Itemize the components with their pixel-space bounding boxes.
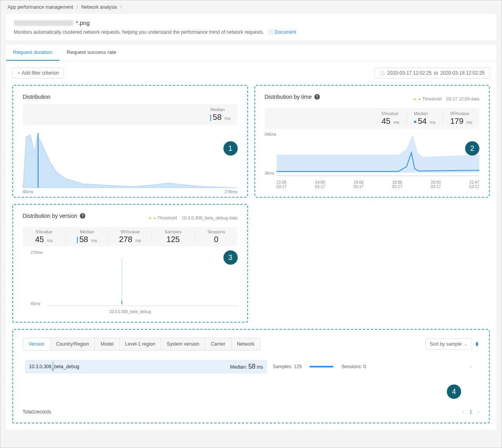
version-chart: 278ms 45ms 10.3.0.308_beta_debug xyxy=(23,250,238,314)
callout-badge-2: 2 xyxy=(465,141,479,156)
row-median-value: 58 xyxy=(248,363,256,370)
median-unit: ms xyxy=(91,238,97,243)
panel-version-table: Version Country/Region Model Level-1 reg… xyxy=(12,329,490,423)
xtick: 21:47 xyxy=(469,180,479,185)
chevron-down-icon xyxy=(464,341,468,347)
breadcrumb: App performance management / Network ana… xyxy=(0,0,502,14)
stat-median-value: 58 xyxy=(213,113,221,121)
table-row[interactable]: 10.3.0.308_beta_debug Median: 58 ms Samp… xyxy=(23,356,479,377)
median-value: 54 xyxy=(418,117,427,125)
x-axis-min: 45ms xyxy=(23,189,33,194)
version-x-label: 10.3.0.308_beta_debug xyxy=(109,310,151,314)
xtick-sub: 03-17 xyxy=(392,185,402,189)
panel-title: Distribution by version xyxy=(23,213,77,219)
panel-distribution-by-time: Distribution by time ? Threshold 03-17 1… xyxy=(254,85,490,198)
breadcrumb-l2[interactable]: Network analysis xyxy=(81,4,117,10)
add-filter-button[interactable]: Add filter criterion xyxy=(12,67,64,79)
time-range-picker[interactable]: 2020-03-17 12:02:25 to 2020-03-18 12:02:… xyxy=(374,67,490,79)
p5-value: 45 xyxy=(35,235,44,244)
p95-value: 179 xyxy=(450,117,463,125)
distribution-chart: 45ms 278ms xyxy=(23,129,238,188)
panel-title: Distribution by time xyxy=(265,94,312,100)
breadcrumb-l1[interactable]: App performance management xyxy=(8,4,73,10)
datetime-from: 2020-03-17 12:02:25 xyxy=(387,70,431,76)
tab-version[interactable]: Version xyxy=(23,338,50,350)
median-marker-icon xyxy=(210,115,211,121)
panel-title: Distribution xyxy=(23,94,238,100)
threshold-legend-icon xyxy=(414,99,421,100)
threshold-legend-icon xyxy=(149,218,156,219)
median-value: 58 xyxy=(79,235,88,244)
xtick: 14:00 xyxy=(315,180,325,185)
main-tabs: Request duration Request success rate xyxy=(6,44,496,61)
panel-distribution: Distribution Median 58 ms 45ms 278ms 1 xyxy=(12,85,248,198)
median-dot-icon xyxy=(414,121,416,123)
threshold-label: Threshold xyxy=(422,96,442,101)
median-marker-icon xyxy=(77,237,78,243)
redacted-title xyxy=(14,20,73,26)
dimension-tabs: Version Country/Region Model Level-1 reg… xyxy=(23,338,260,350)
callout-badge-4: 4 xyxy=(447,385,461,399)
datetime-to-label: to xyxy=(434,70,438,76)
page-subtitle: Monitors automatically clustered network… xyxy=(14,29,264,35)
pager-prev[interactable]: ‹ xyxy=(462,409,464,415)
total-records: Total1records xyxy=(23,409,51,415)
xtick-sub: 03-17 xyxy=(469,185,479,189)
chevron-right-icon[interactable]: › xyxy=(470,364,471,369)
median-unit: ms xyxy=(430,120,436,125)
page-header: *.png Monitors automatically clustered n… xyxy=(6,14,496,40)
help-icon[interactable]: ? xyxy=(314,94,320,100)
tab-request-duration[interactable]: Request duration xyxy=(6,44,60,61)
axis-line xyxy=(46,306,238,306)
page-title-suffix: *.png xyxy=(76,19,90,26)
p95-value: 278 xyxy=(119,235,132,244)
sort-select[interactable]: Sort by sample xyxy=(425,338,472,350)
callout-badge-3: 3 xyxy=(223,250,238,265)
row-samples: Samples: 125 xyxy=(273,364,302,369)
selected-data-label: 10.3.0.308_beta_debug data xyxy=(182,215,238,220)
median-label: Median xyxy=(414,111,435,116)
xtick-sub: 03-17 xyxy=(277,185,287,189)
datetime-to: 2020-03-18 12:02:25 xyxy=(440,70,485,76)
xtick-sub: 03-17 xyxy=(315,185,325,189)
tab-system-version[interactable]: System version xyxy=(161,338,205,350)
pagination: ‹ 1 › xyxy=(462,409,479,415)
threshold-label: Threshold xyxy=(158,215,177,220)
p5-label: 5%value xyxy=(30,229,58,234)
stat-median-unit: ms xyxy=(225,116,231,121)
sort-direction-toggle[interactable]: ▲▼ xyxy=(475,341,479,347)
breadcrumb-sep: / xyxy=(121,4,122,10)
help-icon[interactable]: ? xyxy=(80,213,85,219)
pager-next[interactable]: › xyxy=(478,409,479,415)
panel-distribution-by-version: Distribution by version ? Threshold 10.3… xyxy=(12,204,248,323)
tab-network[interactable]: Network xyxy=(231,338,260,350)
tab-carrier[interactable]: Carrier xyxy=(205,338,231,350)
xtick-sub: 03-17 xyxy=(431,185,441,189)
xtick: 18:00 xyxy=(392,180,402,185)
tab-request-success-rate[interactable]: Request success rate xyxy=(60,44,123,61)
document-link[interactable]: Document xyxy=(268,29,296,35)
p5-unit: ms xyxy=(393,120,399,125)
p5-unit: ms xyxy=(47,238,53,243)
y-tick-bottom: 45ms xyxy=(31,302,40,306)
callout-badge-1: 1 xyxy=(223,141,238,156)
time-stats: 5%value 45 ms Median 54 ms 95%value 179 … xyxy=(265,108,480,129)
y-tick-top: 278ms xyxy=(31,250,42,255)
distribution-stats: Median 58 ms xyxy=(23,104,238,125)
sort-label: Sort by sample xyxy=(430,341,462,347)
row-sessions: Sessions: 0 xyxy=(341,364,366,369)
xtick-sub: 03-17 xyxy=(354,185,364,189)
xtick: 12:09 xyxy=(277,180,287,185)
stat-median-label: Median xyxy=(210,107,230,112)
tab-country-region[interactable]: Country/Region xyxy=(50,338,95,350)
xtick: 16:00 xyxy=(354,180,364,185)
x-axis-ticks: 12:0903-17 14:0003-17 16:0003-17 18:0003… xyxy=(277,180,480,189)
sessions-label: Sessions xyxy=(202,229,231,234)
p95-label: 95%value xyxy=(116,229,144,234)
p95-label: 95%value xyxy=(450,111,472,116)
tab-model[interactable]: Model xyxy=(95,338,119,350)
pager-current[interactable]: 1 xyxy=(469,409,472,415)
tab-level1-region[interactable]: Level-1 region xyxy=(119,338,161,350)
p5-value: 45 xyxy=(381,117,390,125)
y-tick-top: 346ms xyxy=(265,132,277,137)
